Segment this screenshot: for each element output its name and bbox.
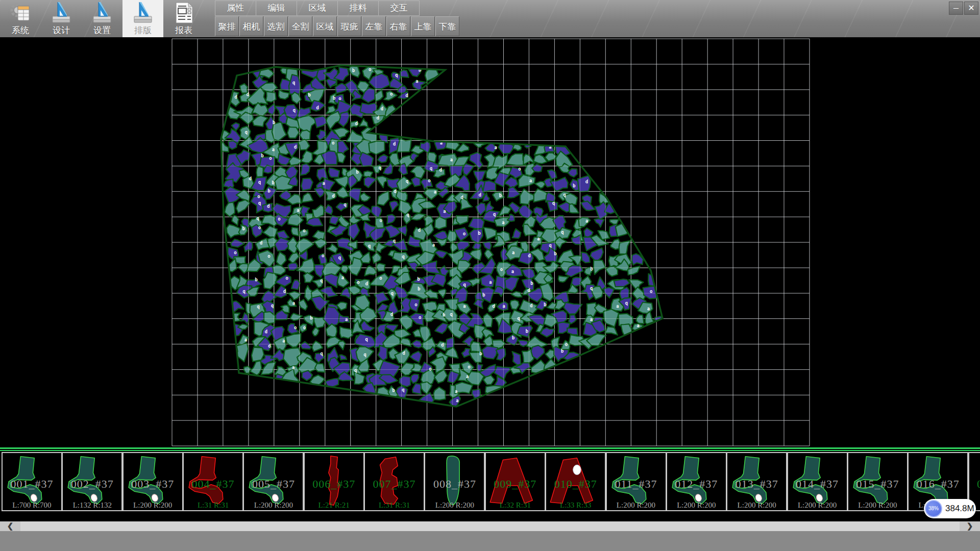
tool-button-8[interactable]: 右靠 bbox=[386, 16, 410, 36]
scroll-right-arrow-icon[interactable]: ❯ bbox=[960, 521, 980, 531]
svg-text:d: d bbox=[249, 177, 252, 181]
menu-tab-2[interactable]: 编辑 bbox=[256, 1, 297, 15]
piece-thumbnail-11[interactable]: 011_#37L:200 R:200 bbox=[606, 452, 667, 511]
svg-text:q: q bbox=[256, 216, 259, 221]
strip-separator-line-2 bbox=[0, 450, 980, 451]
svg-text:o: o bbox=[429, 367, 432, 371]
svg-text:q: q bbox=[245, 130, 248, 135]
svg-text:o: o bbox=[257, 194, 260, 199]
piece-thumbnail-7[interactable]: 007_#37L:31 R:31 bbox=[364, 452, 425, 511]
piece-id-label: 001_#37 bbox=[3, 478, 61, 491]
svg-text:o: o bbox=[286, 276, 288, 281]
svg-text:d: d bbox=[268, 344, 271, 348]
piece-thumbnail-4[interactable]: 004_#37L:31 R:31 bbox=[183, 452, 243, 511]
svg-text:b: b bbox=[308, 93, 310, 97]
piece-thumbnail-9[interactable]: 009_#37L:32 R:31 bbox=[485, 452, 546, 511]
menu-tab-4[interactable]: 排料 bbox=[338, 1, 379, 15]
svg-text:a: a bbox=[297, 208, 300, 213]
svg-text:a: a bbox=[282, 339, 285, 343]
svg-text:q: q bbox=[625, 301, 628, 306]
system-icon bbox=[9, 1, 32, 24]
svg-text:o: o bbox=[303, 229, 306, 233]
tool-button-9[interactable]: 上靠 bbox=[411, 16, 435, 36]
piece-thumbnail-10[interactable]: 010_#37L:33 R:33 bbox=[545, 452, 606, 511]
piece-thumbnail-12[interactable]: 012_#37L:200 R:200 bbox=[666, 452, 727, 511]
tool-button-6[interactable]: 瑕疵 bbox=[337, 16, 361, 36]
svg-text:o: o bbox=[428, 179, 431, 183]
svg-text:o: o bbox=[294, 325, 297, 330]
piece-thumbnail-14[interactable]: 014_#37L:200 R:200 bbox=[787, 452, 848, 511]
horizontal-scrollbar[interactable]: ❮ ❯ bbox=[0, 521, 980, 531]
svg-text:q: q bbox=[561, 230, 564, 235]
svg-text:o: o bbox=[269, 156, 272, 161]
svg-text:q: q bbox=[406, 179, 408, 184]
piece-thumbnail-6[interactable]: 006_#37L:21 R:21 bbox=[304, 452, 364, 511]
svg-text:b: b bbox=[512, 336, 514, 340]
svg-text:d: d bbox=[418, 228, 421, 233]
piece-id-label: 008_#37 bbox=[425, 478, 484, 491]
svg-text:o: o bbox=[369, 67, 371, 72]
piece-thumbnail-1[interactable]: 001_#37L:700 R:700 bbox=[2, 452, 62, 511]
svg-text:o: o bbox=[339, 96, 341, 101]
svg-text:q: q bbox=[379, 166, 381, 170]
memory-badge[interactable]: 38% 384.8M bbox=[924, 499, 976, 518]
tool-button-5[interactable]: 区域 bbox=[313, 16, 337, 36]
piece-thumbnail-8[interactable]: 008_#37L:200 R:200 bbox=[424, 452, 485, 511]
app-button-layout[interactable]: 排版 bbox=[122, 0, 163, 37]
svg-text:q: q bbox=[549, 243, 552, 248]
piece-thumbnail-13[interactable]: 013_#37L:200 R:200 bbox=[726, 452, 787, 511]
svg-text:d: d bbox=[355, 121, 358, 126]
svg-text:q: q bbox=[321, 352, 323, 356]
tool-button-7[interactable]: 左靠 bbox=[362, 16, 386, 36]
svg-text:q: q bbox=[292, 81, 295, 85]
settings-icon bbox=[90, 1, 114, 24]
piece-id-label: 009_#37 bbox=[486, 478, 545, 491]
piece-thumbnail-strip: 001_#37L:700 R:700002_#37L:132 R:132003_… bbox=[0, 452, 980, 511]
nesting-canvas[interactable]: boqbqaddbboodqddbddqadodaaaboabqqdodqbaq… bbox=[0, 37, 980, 447]
svg-text:d: d bbox=[377, 116, 379, 120]
svg-text:a: a bbox=[341, 276, 344, 280]
tool-button-10[interactable]: 下靠 bbox=[435, 16, 459, 36]
svg-text:d: d bbox=[393, 142, 396, 146]
svg-text:q: q bbox=[463, 283, 466, 287]
app-button-settings[interactable]: 设置 bbox=[82, 0, 122, 37]
svg-text:d: d bbox=[493, 304, 495, 309]
menu-tab-5[interactable]: 交互 bbox=[379, 1, 419, 15]
tool-button-1[interactable]: 聚排 bbox=[215, 16, 239, 36]
svg-text:d: d bbox=[234, 95, 237, 99]
tool-button-3[interactable]: 选割 bbox=[264, 16, 288, 36]
close-button[interactable]: ✕ bbox=[964, 2, 978, 15]
minimize-button[interactable]: ─ bbox=[949, 2, 963, 15]
svg-text:q: q bbox=[393, 239, 396, 243]
svg-text:o: o bbox=[419, 315, 421, 320]
svg-text:o: o bbox=[380, 218, 382, 223]
app-button-system[interactable]: 系统 bbox=[0, 0, 41, 37]
svg-text:o: o bbox=[303, 325, 306, 330]
svg-text:o: o bbox=[278, 217, 281, 221]
scroll-left-arrow-icon[interactable]: ❮ bbox=[0, 521, 20, 531]
svg-text:b: b bbox=[333, 96, 335, 101]
piece-thumbnail-15[interactable]: 015_#37L:200 R:200 bbox=[847, 452, 908, 511]
svg-text:o: o bbox=[234, 251, 237, 255]
piece-thumbnail-2[interactable]: 002_#37L:132 R:132 bbox=[62, 452, 122, 511]
svg-text:b: b bbox=[352, 68, 355, 73]
menu-tab-3[interactable]: 区域 bbox=[297, 1, 338, 15]
piece-thumbnail-5[interactable]: 005_#37L:200 R:200 bbox=[243, 452, 304, 511]
app-button-design[interactable]: 设计 bbox=[41, 0, 82, 37]
piece-lr-label: L:200 R:200 bbox=[788, 501, 847, 510]
svg-text:o: o bbox=[468, 365, 471, 369]
svg-text:q: q bbox=[395, 73, 398, 78]
tool-button-4[interactable]: 全割 bbox=[288, 16, 312, 36]
tool-button-2[interactable]: 相机 bbox=[239, 16, 263, 36]
piece-lr-label: L:200 R:200 bbox=[727, 501, 786, 510]
svg-text:a: a bbox=[244, 338, 247, 342]
status-bar bbox=[0, 531, 980, 551]
svg-text:d: d bbox=[260, 241, 262, 245]
piece-id-label: 014_#37 bbox=[788, 478, 847, 491]
svg-text:d: d bbox=[390, 312, 393, 317]
svg-text:a: a bbox=[529, 179, 532, 183]
piece-thumbnail-3[interactable]: 003_#37L:200 R:200 bbox=[122, 452, 183, 511]
menu-tab-1[interactable]: 属性 bbox=[215, 1, 256, 15]
app-button-report[interactable]: 报表 bbox=[163, 0, 204, 37]
piece-lr-label: L:32 R:31 bbox=[486, 501, 545, 510]
